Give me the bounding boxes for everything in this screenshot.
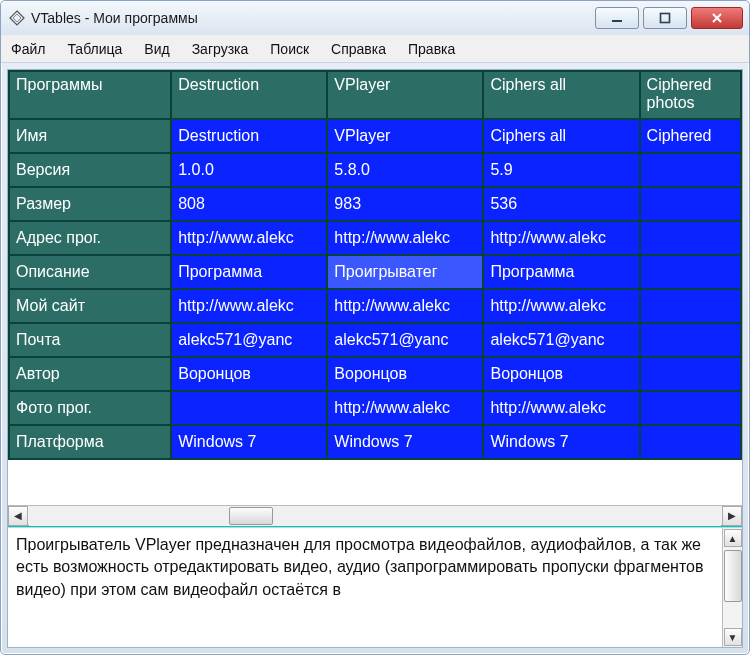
table-row: Адрес прог.http://www.alekchttp://www.al… bbox=[9, 221, 741, 255]
cell[interactable]: Программа bbox=[171, 255, 327, 289]
cell[interactable] bbox=[640, 289, 741, 323]
menubar: Файл Таблица Вид Загрузка Поиск Справка … bbox=[1, 35, 749, 63]
table-row: Мой сайтhttp://www.alekchttp://www.alekc… bbox=[9, 289, 741, 323]
svg-marker-0 bbox=[10, 11, 24, 25]
description-text[interactable]: Проигрыватель VPlayer предназначен для п… bbox=[8, 528, 722, 647]
table-header-row: Программы Destruction VPlayer Ciphers al… bbox=[9, 71, 741, 119]
col-header[interactable]: Ciphers all bbox=[483, 71, 639, 119]
cell[interactable]: http://www.alekc bbox=[327, 289, 483, 323]
cell[interactable]: alekc571@yanc bbox=[483, 323, 639, 357]
table-row: АвторВоронцовВоронцовВоронцов bbox=[9, 357, 741, 391]
minimize-button[interactable] bbox=[595, 7, 639, 29]
cell[interactable]: alekc571@yanc bbox=[171, 323, 327, 357]
cell[interactable] bbox=[640, 425, 741, 459]
cell[interactable]: 808 bbox=[171, 187, 327, 221]
cell[interactable]: VPlayer bbox=[327, 119, 483, 153]
horizontal-scrollbar[interactable]: ◀ ▶ bbox=[8, 505, 742, 527]
hscroll-thumb[interactable] bbox=[229, 507, 273, 525]
menu-edit[interactable]: Правка bbox=[406, 39, 457, 59]
cell[interactable]: Ciphered bbox=[640, 119, 741, 153]
cell[interactable]: Воронцов bbox=[327, 357, 483, 391]
cell[interactable] bbox=[640, 153, 741, 187]
cell[interactable]: 5.8.0 bbox=[327, 153, 483, 187]
hscroll-track[interactable] bbox=[29, 506, 721, 526]
app-window: VTables - Мои программы Файл Таблица Вид… bbox=[0, 0, 750, 655]
vscroll-track[interactable] bbox=[724, 548, 742, 627]
scroll-up-button[interactable]: ▲ bbox=[724, 529, 742, 547]
maximize-button[interactable] bbox=[643, 7, 687, 29]
menu-view[interactable]: Вид bbox=[142, 39, 171, 59]
client-area: Программы Destruction VPlayer Ciphers al… bbox=[7, 69, 743, 648]
cell[interactable]: Destruction bbox=[171, 119, 327, 153]
menu-load[interactable]: Загрузка bbox=[190, 39, 251, 59]
window-controls bbox=[595, 7, 743, 29]
cell[interactable] bbox=[640, 221, 741, 255]
table-row: Фото прог.http://www.alekchttp://www.ale… bbox=[9, 391, 741, 425]
row-header[interactable]: Имя bbox=[9, 119, 171, 153]
data-grid[interactable]: Программы Destruction VPlayer Ciphers al… bbox=[8, 70, 742, 505]
col-header[interactable]: VPlayer bbox=[327, 71, 483, 119]
menu-file[interactable]: Файл bbox=[9, 39, 47, 59]
row-header[interactable]: Платформа bbox=[9, 425, 171, 459]
menu-search[interactable]: Поиск bbox=[268, 39, 311, 59]
row-header[interactable]: Размер bbox=[9, 187, 171, 221]
cell[interactable]: http://www.alekc bbox=[171, 221, 327, 255]
cell[interactable]: http://www.alekc bbox=[483, 289, 639, 323]
cell[interactable]: http://www.alekc bbox=[483, 391, 639, 425]
cell[interactable]: 983 bbox=[327, 187, 483, 221]
app-icon bbox=[9, 10, 25, 26]
vertical-scrollbar[interactable]: ▲ ▼ bbox=[722, 528, 742, 647]
close-button[interactable] bbox=[691, 7, 743, 29]
cell[interactable]: 1.0.0 bbox=[171, 153, 327, 187]
titlebar[interactable]: VTables - Мои программы bbox=[1, 1, 749, 35]
col-header[interactable]: Ciphered photos bbox=[640, 71, 741, 119]
table-row: ИмяDestructionVPlayerCiphers allCiphered bbox=[9, 119, 741, 153]
row-header[interactable]: Версия bbox=[9, 153, 171, 187]
cell[interactable]: Проигрыватег bbox=[327, 255, 483, 289]
table-row: Версия1.0.05.8.05.9 bbox=[9, 153, 741, 187]
cell[interactable] bbox=[640, 323, 741, 357]
cell[interactable]: http://www.alekc bbox=[171, 289, 327, 323]
row-header[interactable]: Мой сайт bbox=[9, 289, 171, 323]
cell[interactable]: Воронцов bbox=[171, 357, 327, 391]
row-header[interactable]: Адрес прог. bbox=[9, 221, 171, 255]
cell[interactable]: 536 bbox=[483, 187, 639, 221]
col-header[interactable]: Destruction bbox=[171, 71, 327, 119]
svg-marker-1 bbox=[13, 14, 21, 22]
cell[interactable]: alekc571@yanc bbox=[327, 323, 483, 357]
row-header[interactable]: Автор bbox=[9, 357, 171, 391]
vscroll-thumb[interactable] bbox=[724, 550, 742, 602]
row-header[interactable]: Почта bbox=[9, 323, 171, 357]
svg-rect-2 bbox=[612, 20, 622, 22]
table-row: Почтаalekc571@yancalekc571@yancalekc571@… bbox=[9, 323, 741, 357]
cell[interactable] bbox=[640, 255, 741, 289]
scroll-right-button[interactable]: ▶ bbox=[722, 506, 742, 526]
scroll-left-button[interactable]: ◀ bbox=[8, 506, 28, 526]
table-row: ОписаниеПрограммаПроигрыватегПрограмма bbox=[9, 255, 741, 289]
cell[interactable]: http://www.alekc bbox=[483, 221, 639, 255]
cell[interactable]: Воронцов bbox=[483, 357, 639, 391]
cell[interactable]: http://www.alekc bbox=[327, 391, 483, 425]
cell[interactable]: Windows 7 bbox=[171, 425, 327, 459]
cell[interactable] bbox=[640, 357, 741, 391]
window-title: VTables - Мои программы bbox=[31, 10, 595, 26]
cell[interactable]: Программа bbox=[483, 255, 639, 289]
menu-help[interactable]: Справка bbox=[329, 39, 388, 59]
table-row: ПлатформаWindows 7Windows 7Windows 7 bbox=[9, 425, 741, 459]
menu-table[interactable]: Таблица bbox=[65, 39, 124, 59]
row-header[interactable]: Описание bbox=[9, 255, 171, 289]
description-panel: Проигрыватель VPlayer предназначен для п… bbox=[8, 527, 742, 647]
cell[interactable] bbox=[640, 391, 741, 425]
cell[interactable]: Windows 7 bbox=[483, 425, 639, 459]
cell[interactable] bbox=[640, 187, 741, 221]
cell[interactable]: Ciphers all bbox=[483, 119, 639, 153]
corner-header[interactable]: Программы bbox=[9, 71, 171, 119]
cell[interactable]: Windows 7 bbox=[327, 425, 483, 459]
table-row: Размер808983536 bbox=[9, 187, 741, 221]
cell[interactable]: http://www.alekc bbox=[327, 221, 483, 255]
row-header[interactable]: Фото прог. bbox=[9, 391, 171, 425]
cell[interactable]: 5.9 bbox=[483, 153, 639, 187]
scroll-down-button[interactable]: ▼ bbox=[724, 628, 742, 646]
cell[interactable] bbox=[171, 391, 327, 425]
svg-rect-3 bbox=[661, 14, 670, 23]
